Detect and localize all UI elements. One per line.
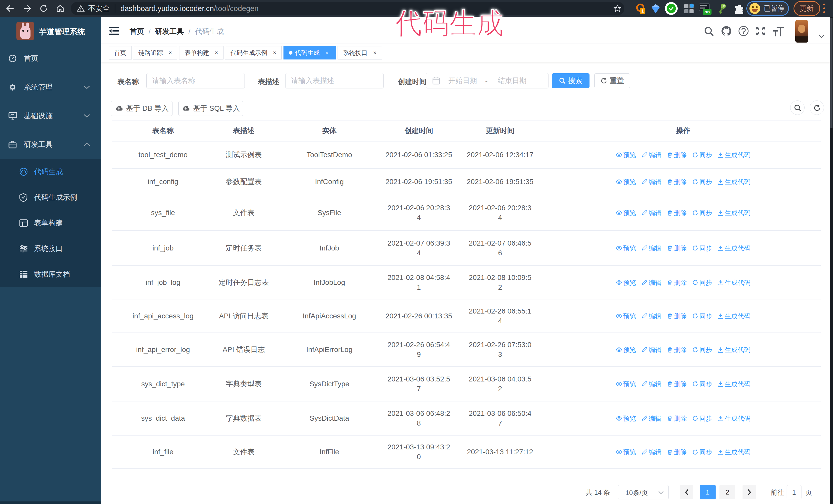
svg-text:1: 1 bbox=[642, 9, 644, 13]
svg-text:on: on bbox=[705, 9, 710, 14]
